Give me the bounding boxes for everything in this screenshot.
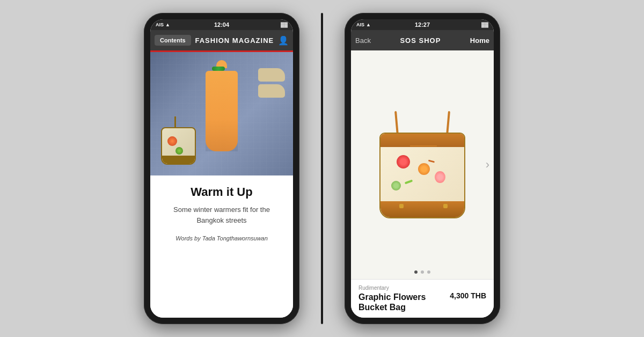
flower-green [391, 181, 401, 191]
bag-left [158, 116, 199, 165]
product-name: Graphic Flowers Bucket Bag [358, 292, 444, 312]
product-text: Rudimentary Graphic Flowers Bucket Bag [358, 285, 444, 312]
product-bag [374, 111, 471, 218]
pagination-dots [414, 270, 430, 274]
phone-2: AIS ▲ 12:27 ▓▓ Back SOS SHOP Home [345, 13, 500, 324]
time-2: 12:27 [415, 21, 430, 28]
dot-2 [421, 270, 424, 274]
product-price: 4,300 THB [450, 291, 486, 300]
magazine-text-area: Warm it Up Some winter warmers fit for t… [150, 175, 293, 318]
bag-drawstring [410, 145, 437, 153]
magazine-title: FASHION MAGAZINE [195, 36, 274, 45]
product-info: Rudimentary Graphic Flowers Bucket Bag 4… [351, 279, 494, 318]
bag-bottom-left [162, 156, 196, 164]
bag-bottom-large [380, 201, 465, 217]
battery-icon-1: ▓▓ [281, 22, 288, 27]
bag-strap-left-large [394, 111, 399, 135]
product-brand: Rudimentary [358, 285, 444, 291]
phone-divider [321, 13, 323, 324]
phone-1: AIS ▲ 12:04 ▓▓ Contents FASHION MAGAZINE… [144, 13, 299, 324]
bag-top-large [380, 134, 465, 147]
status-bar-2: AIS ▲ 12:27 ▓▓ [351, 19, 494, 30]
article-subtitle: Some winter warmers fit for the Bangkok … [161, 204, 282, 225]
shoe-2 [258, 84, 285, 98]
product-image-area: › [351, 50, 494, 279]
wifi-icon-1: ▲ [165, 22, 170, 27]
wifi-icon-2: ▲ [366, 22, 371, 27]
status-left-1: AIS ▲ [156, 22, 170, 27]
flower-pink [435, 171, 445, 183]
bag-body-large [379, 133, 465, 218]
battery-icon-2: ▓▓ [481, 22, 488, 27]
dress-body [206, 71, 238, 151]
status-right-1: ▓▓ [281, 22, 288, 27]
carrier-2: AIS [356, 22, 364, 27]
product-name-line2: Bucket Bag [358, 303, 406, 312]
carrier-1: AIS [156, 22, 164, 27]
dot-3 [427, 270, 430, 274]
back-button[interactable]: Back [355, 36, 371, 45]
phone-1-screen: AIS ▲ 12:04 ▓▓ Contents FASHION MAGAZINE… [150, 19, 293, 318]
product-name-line1: Graphic Flowers [358, 292, 426, 302]
time-1: 12:04 [214, 21, 229, 28]
bag-body-left [161, 127, 196, 165]
status-right-2: ▓▓ [481, 22, 488, 27]
nav-bar-magazine: Contents FASHION MAGAZINE 👤 [150, 30, 293, 50]
shoe-1 [258, 68, 285, 82]
phone-2-screen: AIS ▲ 12:27 ▓▓ Back SOS SHOP Home [351, 19, 494, 318]
user-icon[interactable]: 👤 [278, 35, 289, 46]
dress-neck [216, 60, 227, 68]
article-title: Warm it Up [161, 185, 282, 199]
bag-strap-right-large [446, 111, 450, 135]
status-bar-1: AIS ▲ 12:04 ▓▓ [150, 19, 293, 30]
dress-center [206, 63, 238, 151]
article-author: Words by Tada Tongthawornsuwan [161, 235, 282, 241]
status-left-2: AIS ▲ [356, 22, 371, 27]
flower-orange [418, 163, 430, 175]
contents-button[interactable]: Contents [155, 35, 191, 46]
shoes-right [258, 68, 285, 100]
nav-bar-shop: Back SOS SHOP Home [351, 30, 494, 50]
shop-title: SOS SHOP [400, 36, 441, 45]
magazine-hero-image [150, 52, 293, 175]
dot-1 [414, 270, 418, 274]
flower-red [397, 155, 410, 169]
chevron-right-icon[interactable]: › [486, 158, 489, 172]
home-button[interactable]: Home [470, 36, 489, 45]
